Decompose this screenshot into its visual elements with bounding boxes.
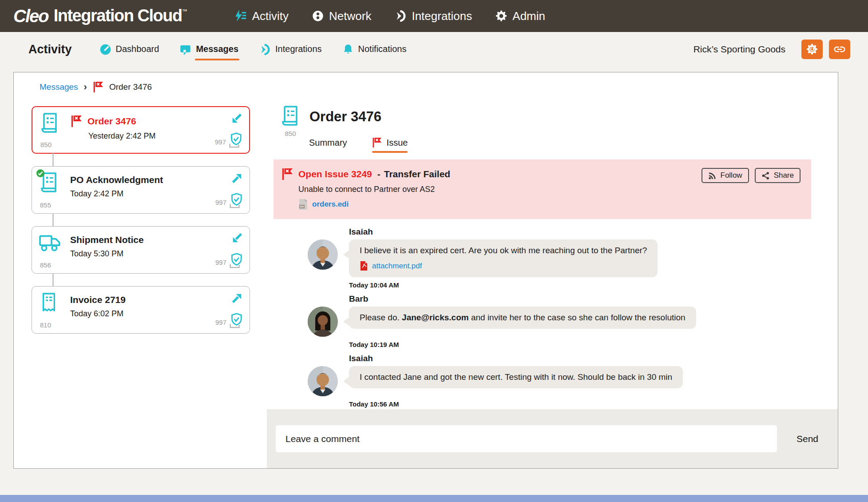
comment-bubble: I believe it is an expired cert. Are you… bbox=[349, 239, 658, 277]
issue-title: Open Issue 3249 bbox=[298, 169, 372, 179]
doc-type-code: 850 bbox=[285, 130, 296, 137]
ack-code: 997 bbox=[215, 259, 226, 266]
topnav-item-integrations[interactable]: Integrations bbox=[394, 9, 472, 23]
settings-sync-button[interactable] bbox=[801, 40, 823, 59]
subnav-tab-integrations[interactable]: Integrations bbox=[259, 44, 322, 56]
comment-author: Barb bbox=[349, 294, 838, 304]
brand-product: Integration Cloud bbox=[54, 6, 182, 25]
subnav-tab-label: Dashboard bbox=[116, 44, 159, 55]
link-button[interactable] bbox=[829, 40, 850, 59]
timeline-card-time: Today 2:42 PM bbox=[70, 189, 223, 199]
tab-issue[interactable]: Issue bbox=[372, 137, 408, 153]
timeline-card-invoice-2719[interactable]: 810 Invoice 2719 Today 6:02 PM 997 bbox=[32, 286, 250, 334]
topnav-item-activity[interactable]: Activity bbox=[234, 9, 289, 23]
timeline-card-main: Shipment Notice Today 5:30 PM bbox=[64, 232, 223, 269]
shield-check-icon bbox=[228, 313, 243, 329]
comment: Isaiah I believe it is an expired cert. … bbox=[308, 227, 838, 289]
timeline-card-title: Invoice 2719 bbox=[70, 295, 126, 305]
account-name: Rick’s Sporting Goods bbox=[694, 44, 785, 55]
comment-author: Isaiah bbox=[349, 354, 838, 363]
comment-timestamp: Today 10:19 AM bbox=[349, 341, 838, 348]
brand-cleo: Cleo bbox=[13, 6, 48, 26]
topnav-items: Activity Network Integrations Admin bbox=[234, 9, 545, 23]
comment-timestamp: Today 10:04 AM bbox=[349, 281, 838, 289]
issue-file-link[interactable]: orders.edi bbox=[312, 200, 349, 209]
timeline-card-title: PO Acknowledgment bbox=[70, 175, 163, 185]
tab-summary[interactable]: Summary bbox=[309, 137, 347, 153]
issue-banner-content: Open Issue 3249 - Transfer Failed Unable… bbox=[298, 168, 450, 210]
comment-text: I contacted Jane and got the new cert. T… bbox=[360, 372, 672, 382]
detail-title: Order 3476 bbox=[309, 105, 381, 137]
timeline-card-iconcol: 856 bbox=[39, 232, 64, 269]
doc-type-code: 810 bbox=[39, 321, 51, 329]
timeline-card-right: 997 bbox=[223, 292, 243, 329]
issue-actions: Follow Share bbox=[702, 168, 801, 183]
truck-icon bbox=[39, 235, 61, 252]
comment-bubble: Please do. Jane@ricks.com and invite her… bbox=[349, 307, 696, 329]
timeline-card-time: Today 5:30 PM bbox=[70, 249, 223, 259]
timeline-card-iconcol: 810 bbox=[39, 292, 64, 329]
bell-icon bbox=[342, 44, 354, 56]
doc-type-code: 850 bbox=[40, 141, 52, 148]
topnav-item-network[interactable]: Network bbox=[312, 9, 371, 23]
integrations-swoosh-icon bbox=[259, 44, 271, 56]
breadcrumb: Messages › Order 3476 bbox=[14, 72, 838, 98]
attachment-link[interactable]: attachment.pdf bbox=[372, 262, 422, 271]
timeline-card-right: 997 bbox=[223, 232, 243, 269]
detail-header: 850 Order 3476 bbox=[267, 98, 838, 137]
shield-check-icon bbox=[228, 193, 243, 209]
issue-subtitle: Transfer Failed bbox=[384, 169, 450, 179]
document-icon bbox=[40, 112, 60, 135]
comment-input[interactable] bbox=[276, 425, 777, 452]
breadcrumb-current: Order 3476 bbox=[109, 82, 152, 92]
subnav-right: Rick’s Sporting Goods bbox=[694, 40, 850, 59]
comment: Isaiah I contacted Jane and got the new … bbox=[308, 354, 838, 408]
doc-type-code: 855 bbox=[39, 201, 51, 209]
comment-thread: Isaiah I believe it is an expired cert. … bbox=[267, 219, 838, 409]
send-button[interactable]: Send bbox=[797, 434, 818, 444]
timeline-card-iconcol: 850 bbox=[40, 112, 64, 148]
timeline-card-title: Shipment Notice bbox=[70, 235, 144, 245]
flag-issue-icon bbox=[372, 137, 382, 148]
topnav-item-admin[interactable]: Admin bbox=[495, 9, 545, 23]
outbound-arrow-icon bbox=[231, 292, 243, 304]
flag-issue-icon bbox=[281, 168, 293, 180]
dashboard-gauge-icon bbox=[99, 44, 111, 56]
avatar-isaiah bbox=[308, 366, 338, 396]
tab-label: Summary bbox=[309, 138, 347, 148]
ack-code: 997 bbox=[215, 138, 226, 146]
ack-code: 997 bbox=[215, 199, 226, 206]
timeline-card-time: Yesterday 2:42 PM bbox=[88, 131, 222, 141]
activity-lightning-icon bbox=[234, 9, 247, 23]
timeline-card-title: Order 3476 bbox=[87, 116, 136, 127]
timeline-card-po-acknowledgment[interactable]: 855 PO Acknowledgment Today 2:42 PM 997 bbox=[32, 166, 250, 214]
timeline-card-main: Order 3476 Yesterday 2:42 PM bbox=[64, 112, 222, 148]
section-title: Activity bbox=[28, 43, 72, 56]
breadcrumb-messages-link[interactable]: Messages bbox=[40, 82, 78, 92]
document-icon bbox=[280, 105, 301, 127]
timeline-card-order-3476[interactable]: 850 Order 3476 Yesterday 2:42 PM bbox=[32, 106, 250, 154]
timeline-card-shipment-notice[interactable]: 856 Shipment Notice Today 5:30 PM 997 bbox=[32, 226, 250, 274]
edi-file-icon: EDI bbox=[298, 199, 308, 210]
svg-text:EDI: EDI bbox=[300, 205, 304, 208]
subnav-tab-dashboard[interactable]: Dashboard bbox=[99, 44, 159, 56]
subnav-tabs: Dashboard Messages Integrations Notifica… bbox=[99, 44, 407, 56]
success-check-badge bbox=[36, 169, 45, 178]
bottom-strip bbox=[0, 495, 868, 502]
main-content-card: Messages › Order 3476 850 bbox=[13, 72, 838, 469]
topnav-item-label: Integrations bbox=[412, 9, 472, 23]
subnav-tab-notifications[interactable]: Notifications bbox=[342, 44, 407, 56]
avatar-isaiah bbox=[308, 239, 338, 270]
subnav-tab-messages[interactable]: Messages bbox=[179, 44, 238, 56]
follow-button[interactable]: Follow bbox=[702, 168, 749, 183]
timeline-card-time: Today 6:02 PM bbox=[70, 309, 223, 319]
brand-logo[interactable]: Cleo Integration Cloud ™ bbox=[13, 6, 187, 26]
outbound-arrow-icon bbox=[231, 172, 243, 184]
avatar-barb bbox=[308, 307, 338, 337]
pdf-icon bbox=[360, 261, 368, 271]
share-button[interactable]: Share bbox=[755, 168, 801, 183]
topnav-item-label: Activity bbox=[252, 9, 289, 23]
gear-sync-icon bbox=[806, 43, 818, 56]
doc-type-code: 856 bbox=[39, 261, 51, 269]
gear-icon bbox=[495, 10, 507, 22]
